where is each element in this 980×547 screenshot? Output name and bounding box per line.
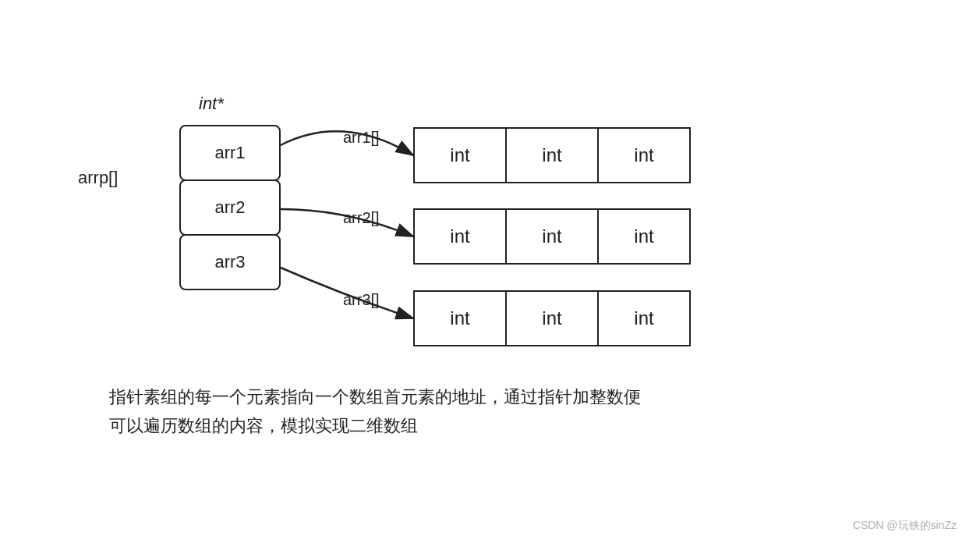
pointer-box-arr2: arr2: [179, 179, 281, 236]
arr2-label: arr2[]: [343, 209, 380, 227]
arr2-int-cell-2: int: [597, 208, 691, 265]
arr1-int-cell-2: int: [597, 127, 691, 183]
description-line2: 可以遍历数组的内容，模拟实现二维数组: [109, 411, 641, 440]
arr3-int-row: int int int: [413, 290, 689, 346]
arr3-int-cell-2: int: [597, 290, 691, 346]
pointer-box-group: arr1 arr2 arr3: [179, 125, 281, 289]
pointer-box-arr1: arr1: [179, 125, 281, 181]
description-line1: 指针素组的每一个元素指向一个数组首元素的地址，通过指针加整数便: [109, 382, 641, 411]
arr3-int-cell-0: int: [413, 290, 507, 346]
diagram-container: int* arrp[] arr1 arr2 arr3 arr1[] int in…: [78, 47, 780, 375]
int-star-label: int*: [199, 94, 224, 114]
arr1-int-cell-1: int: [505, 127, 599, 183]
arr3-label: arr3[]: [343, 291, 380, 309]
arr1-int-cell-0: int: [413, 127, 507, 183]
watermark: CSDN @玩铁的sinZz: [853, 519, 957, 533]
arr2-int-cell-0: int: [413, 208, 507, 265]
arrp-label: arrp[]: [78, 168, 118, 188]
arr1-label: arr1[]: [343, 129, 380, 147]
description: 指针素组的每一个元素指向一个数组首元素的地址，通过指针加整数便 可以遍历数组的内…: [109, 382, 641, 441]
pointer-box-arr3: arr3: [179, 234, 281, 290]
arr3-int-cell-1: int: [505, 290, 599, 346]
arr2-int-row: int int int: [413, 208, 689, 265]
arr1-int-row: int int int: [413, 127, 689, 183]
arr2-int-cell-1: int: [505, 208, 599, 265]
